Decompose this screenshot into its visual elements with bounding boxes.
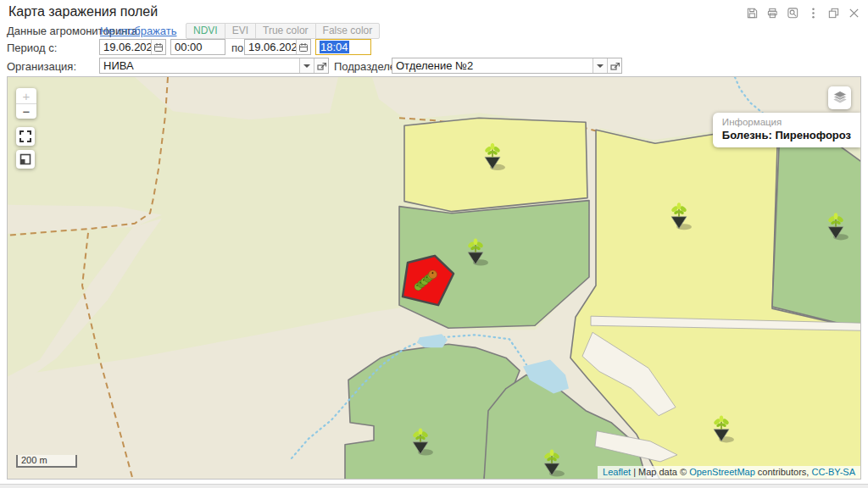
select-area-icon [19, 153, 31, 165]
window-toolbar [746, 7, 860, 19]
dropdown-button[interactable] [299, 58, 314, 73]
fullscreen-button[interactable] [16, 127, 35, 146]
period-label: Период с: [7, 42, 57, 54]
division-value[interactable]: Отделение №2 [392, 59, 593, 72]
more-button[interactable] [807, 7, 820, 19]
layer-button-false-color[interactable]: False color [315, 23, 381, 39]
map[interactable]: + − Информация Болезнь: Пиренофороз 200 … [7, 76, 861, 480]
layers-control[interactable] [828, 86, 851, 109]
division-combo[interactable]: Отделение №2 [392, 58, 622, 74]
layer-button-true-color[interactable]: True color [255, 23, 316, 39]
map-attribution: Leaflet | Map data © OpenStreetMap contr… [598, 466, 860, 479]
print-icon [766, 7, 779, 19]
close-button[interactable] [848, 7, 860, 19]
organization-combo[interactable]: НИВА [99, 58, 329, 74]
bottom-strip [0, 484, 868, 488]
date-to-value[interactable]: 19.06.2021 [245, 41, 296, 53]
dropdown-button[interactable] [593, 58, 607, 73]
restore-icon [827, 7, 840, 19]
select-area-button[interactable] [16, 150, 35, 169]
date-from-field[interactable]: 19.06.2021 [99, 39, 166, 55]
page-title: Карта заражения полей [8, 4, 158, 19]
tooltip-title: Информация [722, 117, 851, 127]
layer-button-group: NDVIEVITrue colorFalse color [186, 23, 380, 39]
date-to-field[interactable]: 19.06.2021 [244, 39, 311, 55]
zoom-control: + − [16, 88, 36, 119]
field-green[interactable] [772, 131, 861, 329]
layers-icon [832, 90, 849, 107]
time-from-field[interactable]: 00:00 [170, 39, 225, 55]
open-button[interactable] [314, 58, 328, 73]
calendar-button[interactable] [151, 40, 165, 54]
zoom-in-button[interactable]: + [16, 88, 36, 103]
attribution-link[interactable]: CC-BY-SA [811, 467, 855, 477]
agro-hide-link[interactable]: Не отображать [100, 25, 177, 37]
layer-button-evi[interactable]: EVI [225, 23, 256, 39]
open-button[interactable] [607, 58, 621, 73]
calendar-icon [298, 42, 309, 53]
open-link-icon [609, 60, 620, 71]
chevron-down-icon [303, 64, 310, 68]
save-button[interactable] [746, 7, 759, 19]
calendar-button[interactable] [296, 40, 310, 54]
print-button[interactable] [766, 7, 779, 19]
time-from-value[interactable]: 00:00 [171, 41, 225, 53]
scale-bar: 200 m [16, 455, 77, 468]
find-icon [787, 7, 799, 19]
calendar-icon [153, 42, 164, 53]
time-to-field[interactable]: 18:04 [315, 39, 371, 55]
attribution-text: contributors, [755, 467, 812, 477]
attribution-link[interactable]: OpenStreetMap [689, 467, 755, 477]
info-tooltip: Информация Болезнь: Пиренофороз [713, 113, 860, 147]
chevron-down-icon [597, 64, 604, 68]
close-icon [848, 7, 860, 19]
restore-button[interactable] [827, 7, 840, 19]
open-link-icon [316, 60, 327, 71]
fullscreen-icon [19, 130, 31, 142]
save-icon [746, 7, 759, 19]
organization-value[interactable]: НИВА [100, 59, 299, 72]
more-icon [807, 7, 820, 19]
time-to-value[interactable]: 18:04 [320, 41, 349, 53]
attribution-link[interactable]: Leaflet [603, 467, 631, 477]
organization-label: Организация: [7, 60, 76, 73]
layer-button-ndvi[interactable]: NDVI [186, 23, 225, 39]
attribution-text: | Map data © [631, 467, 689, 477]
tooltip-disease: Болезнь: Пиренофороз [722, 129, 851, 141]
date-from-value[interactable]: 19.06.2021 [100, 41, 151, 53]
app-window: Карта заражения полей Данные агромонитор… [0, 0, 868, 488]
find-button[interactable] [787, 7, 799, 19]
zoom-out-button[interactable]: − [16, 103, 36, 119]
